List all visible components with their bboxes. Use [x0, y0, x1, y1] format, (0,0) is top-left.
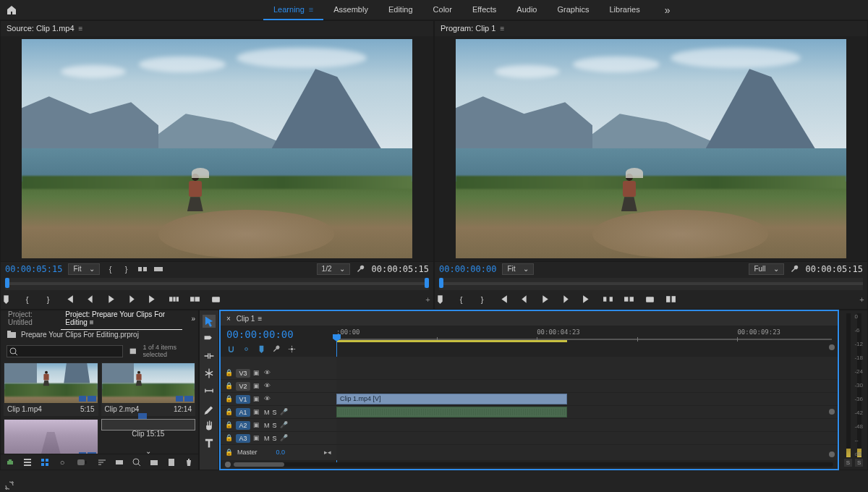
- in-point-icon[interactable]: {: [22, 294, 33, 305]
- track-header-a2[interactable]: 🔒A2▣MS🎤: [221, 419, 336, 432]
- trash-icon[interactable]: [184, 457, 194, 467]
- eye-icon[interactable]: 👁: [264, 369, 272, 377]
- overflow-icon[interactable]: »: [665, 4, 671, 16]
- track-lane-v3[interactable]: [336, 367, 838, 380]
- play-icon[interactable]: [106, 294, 116, 305]
- overflow-icon[interactable]: »: [191, 315, 195, 323]
- goto-in-icon[interactable]: [498, 294, 509, 305]
- new-item-icon[interactable]: [166, 457, 176, 467]
- zoom-handle[interactable]: [829, 344, 835, 350]
- eye-icon[interactable]: 👁: [264, 395, 272, 403]
- search-input[interactable]: [7, 345, 123, 357]
- out-point-icon[interactable]: }: [43, 294, 54, 305]
- new-bin-icon[interactable]: [129, 346, 137, 356]
- wrench-icon[interactable]: [356, 264, 366, 274]
- target-icon[interactable]: ▣: [253, 408, 261, 416]
- goto-out-icon[interactable]: [582, 294, 592, 305]
- program-in-timecode[interactable]: 00:00:00:00: [439, 264, 496, 274]
- goto-out-icon[interactable]: [148, 294, 158, 305]
- lock-icon[interactable]: 🔒: [225, 382, 233, 390]
- solo-right[interactable]: S: [855, 459, 863, 467]
- overwrite-icon[interactable]: [153, 264, 163, 274]
- icon-view-icon[interactable]: [40, 457, 50, 467]
- find-icon[interactable]: [132, 457, 142, 467]
- source-in-timecode[interactable]: 00:00:05:15: [5, 264, 62, 274]
- target-icon[interactable]: ▣: [253, 382, 261, 390]
- lock-icon[interactable]: 🔒: [225, 421, 233, 429]
- track-header-v2[interactable]: 🔒V2▣👁: [221, 380, 336, 393]
- wrench-icon[interactable]: [790, 264, 800, 274]
- target-icon[interactable]: ▣: [253, 369, 261, 377]
- marker-add-icon[interactable]: [257, 344, 266, 354]
- in-point-icon[interactable]: {: [456, 294, 467, 305]
- panel-menu-icon[interactable]: ≡: [79, 25, 83, 33]
- timeline-timecode[interactable]: 00:00:00:00: [226, 328, 331, 340]
- track-select-tool-icon[interactable]: [203, 332, 216, 345]
- sync-icon[interactable]: [4, 480, 14, 491]
- ripple-edit-tool-icon[interactable]: [203, 349, 216, 362]
- track-lane-a2[interactable]: [336, 419, 838, 432]
- tab-graphics[interactable]: Graphics: [547, 0, 599, 20]
- source-monitor[interactable]: [1, 36, 433, 261]
- target-icon[interactable]: ▣: [253, 395, 261, 403]
- step-fwd-icon[interactable]: [127, 294, 137, 305]
- bracket-out-icon[interactable]: }: [122, 264, 132, 274]
- marker-icon[interactable]: [435, 294, 446, 305]
- play-icon[interactable]: [540, 294, 550, 305]
- mic-icon[interactable]: 🎤: [280, 408, 288, 416]
- lift-icon[interactable]: [603, 294, 613, 305]
- target-icon[interactable]: ▣: [253, 434, 261, 442]
- program-header[interactable]: Program: Clip 1≡: [435, 21, 867, 36]
- bracket-in-icon[interactable]: {: [106, 264, 116, 274]
- expand-icon[interactable]: ▸◂: [324, 449, 332, 457]
- extract-icon[interactable]: [624, 294, 634, 305]
- track-lane-a1[interactable]: [336, 406, 838, 419]
- bin-item-selected[interactable]: Clip 15:15: [101, 419, 196, 430]
- mic-icon[interactable]: 🎤: [280, 434, 288, 442]
- panel-menu-icon[interactable]: ≡: [90, 318, 94, 326]
- lock-icon[interactable]: 🔒: [225, 449, 233, 457]
- linked-selection-icon[interactable]: [242, 344, 251, 354]
- track-header-master[interactable]: 🔒Master0.0▸◂: [221, 445, 336, 459]
- video-clip[interactable]: Clip 1.mp4 [V]: [336, 394, 567, 404]
- slip-tool-icon[interactable]: [203, 384, 216, 397]
- program-ruler[interactable]: [439, 278, 863, 290]
- v-zoom-handle[interactable]: [829, 409, 835, 415]
- goto-in-icon[interactable]: [64, 294, 75, 305]
- track-content[interactable]: Clip 1.mp4 [V]: [336, 357, 838, 460]
- lock-icon[interactable]: 🔒: [225, 395, 233, 403]
- v-zoom-handle[interactable]: [829, 451, 835, 457]
- overwrite-clip-icon[interactable]: [190, 294, 200, 305]
- timeline-ruler[interactable]: :00:00 00:00:04:23 00:00:09:23: [336, 326, 838, 353]
- source-res-select[interactable]: 1/2: [317, 263, 350, 275]
- export-frame-icon[interactable]: [644, 294, 655, 305]
- source-out-timecode[interactable]: 00:00:05:15: [372, 264, 429, 274]
- selection-tool-icon[interactable]: [203, 315, 216, 328]
- target-icon[interactable]: ▣: [253, 421, 261, 429]
- razor-tool-icon[interactable]: [203, 367, 216, 380]
- rw-toggle-icon[interactable]: [5, 457, 15, 467]
- export-frame-icon[interactable]: [210, 294, 221, 305]
- home-icon[interactable]: [6, 4, 17, 16]
- add-button-icon[interactable]: +: [856, 294, 867, 305]
- bin-icon[interactable]: [7, 329, 17, 339]
- track-lane-a3[interactable]: [336, 432, 838, 445]
- bin-item[interactable]: Clip 2.mp412:14: [101, 362, 196, 416]
- freeform-view-icon[interactable]: ○: [57, 457, 67, 467]
- close-icon[interactable]: ×: [226, 315, 231, 323]
- source-header[interactable]: Source: Clip 1.mp4≡: [1, 21, 433, 36]
- list-view-icon[interactable]: [22, 457, 33, 467]
- eye-icon[interactable]: 👁: [264, 382, 272, 390]
- pen-tool-icon[interactable]: [203, 402, 216, 415]
- comparison-icon[interactable]: [665, 294, 676, 305]
- program-out-timecode[interactable]: 00:00:05:15: [806, 264, 863, 274]
- track-header-a3[interactable]: 🔒A3▣MS🎤: [221, 432, 336, 445]
- tab-libraries[interactable]: Libraries: [599, 0, 650, 20]
- panel-menu-icon[interactable]: ≡: [500, 25, 504, 33]
- program-res-select[interactable]: Full: [749, 263, 783, 275]
- mic-icon[interactable]: 🎤: [280, 421, 288, 429]
- audio-clip[interactable]: [336, 407, 567, 417]
- hand-tool-icon[interactable]: [203, 419, 216, 432]
- program-monitor[interactable]: [435, 36, 867, 261]
- track-header-a1[interactable]: 🔒A1▣MS🎤: [221, 406, 336, 419]
